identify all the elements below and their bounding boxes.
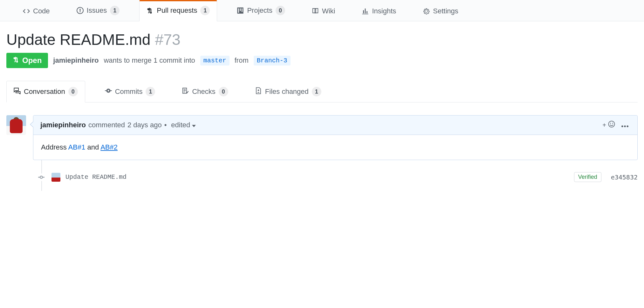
subtab-files-label: Files changed <box>265 88 309 96</box>
comment-box: jamiepinheiro commented 2 days ago • edi… <box>33 115 638 160</box>
merge-text-1: wants to merge 1 commit into <box>104 56 195 65</box>
kebab-icon <box>621 121 628 129</box>
tab-pull-requests-label: Pull requests <box>157 6 197 15</box>
files-count: 1 <box>312 87 321 96</box>
pr-number: #73 <box>155 31 181 48</box>
graph-icon <box>362 8 369 15</box>
avatar[interactable] <box>6 115 26 135</box>
issue-icon <box>77 7 84 14</box>
edited-dropdown[interactable]: edited <box>169 121 198 129</box>
smiley-icon <box>608 121 615 130</box>
timeline-track: Update README.md Verified e345832 <box>41 160 638 191</box>
commits-count: 1 <box>146 87 155 96</box>
tab-pull-requests[interactable]: Pull requests 1 <box>139 0 217 21</box>
comment-verb: commented <box>88 121 125 129</box>
subtab-files-changed[interactable]: Files changed 1 <box>248 81 328 102</box>
projects-count: 0 <box>276 6 285 15</box>
verified-badge[interactable]: Verified <box>574 172 601 182</box>
ab-link-2[interactable]: AB#2 <box>100 143 118 151</box>
book-icon <box>312 8 319 15</box>
edited-label: edited <box>171 121 190 129</box>
kebab-menu-button[interactable] <box>620 121 630 129</box>
tab-projects-label: Projects <box>247 6 272 15</box>
svg-point-6 <box>627 125 629 127</box>
code-icon <box>23 8 30 15</box>
tab-settings[interactable]: Settings <box>416 1 465 21</box>
tab-settings-label: Settings <box>433 7 458 15</box>
main-content: Update README.md #73 Open jamiepinheiro … <box>0 21 644 191</box>
gear-icon <box>423 8 430 15</box>
state-label: Open <box>22 56 42 65</box>
tab-code[interactable]: Code <box>16 1 57 21</box>
ab-link-1[interactable]: AB#1 <box>68 143 86 151</box>
pr-title-row: Update README.md #73 <box>6 31 638 48</box>
git-pull-request-icon <box>147 7 154 14</box>
comment-header: jamiepinheiro commented 2 days ago • edi… <box>33 116 637 135</box>
pr-title: Update README.md <box>6 31 151 48</box>
repo-tabs: Code Issues 1 Pull requests 1 Projects 0… <box>0 0 644 21</box>
tab-issues-label: Issues <box>87 6 107 15</box>
comment-body: Address AB#1 and AB#2 <box>33 135 637 160</box>
project-icon <box>237 7 244 14</box>
svg-point-0 <box>107 90 109 92</box>
file-diff-icon <box>255 87 262 96</box>
pr-subtabs: Conversation 0 Commits 1 Checks 0 Files … <box>6 81 638 102</box>
tab-wiki[interactable]: Wiki <box>305 1 342 21</box>
timeline-column: jamiepinheiro commented 2 days ago • edi… <box>33 115 638 191</box>
caret-down-icon <box>192 121 196 129</box>
tab-code-label: Code <box>33 7 50 15</box>
commit-author-avatar[interactable] <box>51 173 60 182</box>
tab-insights-label: Insights <box>372 7 396 15</box>
base-branch[interactable]: master <box>200 56 230 66</box>
subtab-checks[interactable]: Checks 0 <box>175 81 235 102</box>
pr-author[interactable]: jamiepinheiro <box>53 56 99 65</box>
commit-message[interactable]: Update README.md <box>65 173 127 181</box>
add-reaction-button[interactable]: + <box>600 121 617 130</box>
subtab-checks-label: Checks <box>192 88 215 96</box>
commit-sha[interactable]: e345832 <box>611 173 638 181</box>
avatar-column <box>6 115 26 191</box>
subtab-commits-label: Commits <box>115 88 143 96</box>
svg-point-7 <box>40 176 43 178</box>
tab-issues[interactable]: Issues 1 <box>70 0 127 21</box>
bullet: • <box>164 121 167 129</box>
merge-text-2: from <box>235 56 249 65</box>
checklist-icon <box>182 87 189 96</box>
tab-wiki-label: Wiki <box>322 7 335 15</box>
svg-point-1 <box>608 121 614 127</box>
svg-point-2 <box>610 123 611 124</box>
head-branch[interactable]: Branch-3 <box>254 56 291 66</box>
checks-count: 0 <box>219 87 228 96</box>
commit-row: Update README.md Verified e345832 <box>42 170 638 185</box>
subtab-conversation-label: Conversation <box>24 88 65 96</box>
issues-count: 1 <box>110 6 120 15</box>
tab-insights[interactable]: Insights <box>355 1 403 21</box>
state-badge-open: Open <box>6 53 48 68</box>
subtab-commits[interactable]: Commits 1 <box>98 81 162 102</box>
conversation-area: jamiepinheiro commented 2 days ago • edi… <box>6 115 638 191</box>
tab-projects[interactable]: Projects 0 <box>230 0 292 21</box>
git-commit-icon <box>105 87 112 96</box>
comment-time[interactable]: 2 days ago <box>127 121 162 129</box>
body-prefix: Address <box>41 143 68 151</box>
comment-author[interactable]: jamiepinheiro <box>40 121 86 129</box>
plus-icon: + <box>602 122 606 129</box>
svg-point-4 <box>621 125 623 127</box>
svg-point-5 <box>624 125 626 127</box>
conversation-count: 0 <box>68 87 78 96</box>
comment-discussion-icon <box>14 87 21 96</box>
svg-point-3 <box>612 123 613 124</box>
body-joiner: and <box>85 143 100 151</box>
pull-requests-count: 1 <box>200 6 210 15</box>
git-commit-icon <box>38 173 45 181</box>
git-pull-request-icon <box>13 56 20 65</box>
pr-meta-row: Open jamiepinheiro wants to merge 1 comm… <box>6 53 638 68</box>
subtab-conversation[interactable]: Conversation 0 <box>6 81 85 102</box>
